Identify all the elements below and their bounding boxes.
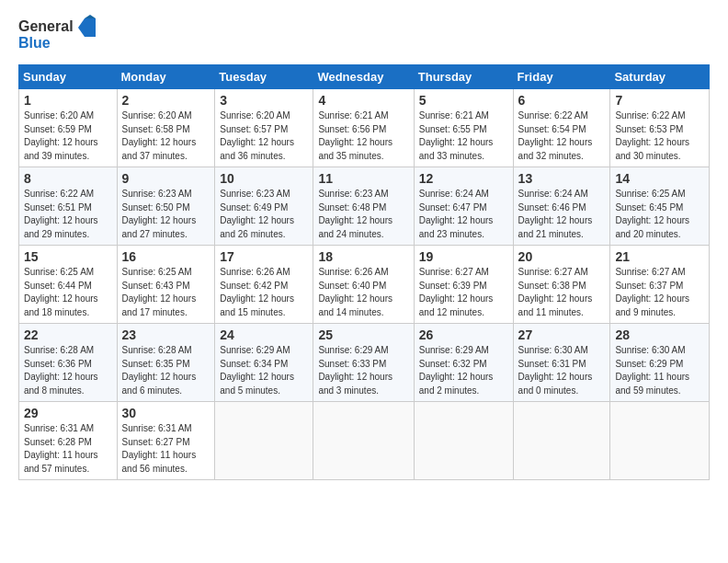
calendar-cell: 8Sunrise: 6:22 AMSunset: 6:51 PMDaylight… [19, 167, 118, 246]
day-number: 6 [518, 93, 606, 108]
header-tuesday: Tuesday [215, 65, 313, 89]
day-info: Sunrise: 6:23 AMSunset: 6:48 PMDaylight:… [318, 189, 392, 239]
calendar-cell: 23Sunrise: 6:28 AMSunset: 6:35 PMDayligh… [117, 324, 215, 402]
day-number: 17 [220, 249, 308, 264]
day-info: Sunrise: 6:26 AMSunset: 6:40 PMDaylight:… [318, 267, 392, 317]
day-number: 4 [318, 93, 408, 108]
day-info: Sunrise: 6:27 AMSunset: 6:39 PMDaylight:… [419, 267, 494, 317]
day-number: 22 [24, 327, 112, 342]
calendar-cell [215, 402, 313, 480]
calendar-cell: 14Sunrise: 6:25 AMSunset: 6:45 PMDayligh… [610, 167, 710, 246]
svg-marker-2 [85, 18, 96, 37]
day-info: Sunrise: 6:24 AMSunset: 6:46 PMDaylight:… [518, 189, 593, 239]
header-wednesday: Wednesday [313, 65, 414, 89]
calendar-cell: 4Sunrise: 6:21 AMSunset: 6:56 PMDaylight… [313, 89, 414, 167]
day-number: 16 [122, 249, 210, 264]
day-info: Sunrise: 6:20 AMSunset: 6:58 PMDaylight:… [122, 110, 197, 161]
calendar-cell [610, 402, 710, 480]
day-number: 7 [615, 93, 704, 108]
day-number: 29 [24, 406, 112, 420]
header-saturday: Saturday [610, 65, 710, 89]
day-info: Sunrise: 6:27 AMSunset: 6:37 PMDaylight:… [615, 267, 689, 317]
calendar-table: Sunday Monday Tuesday Wednesday Thursday… [18, 64, 710, 480]
day-number: 11 [318, 171, 408, 186]
calendar-week-row: 1Sunrise: 6:20 AMSunset: 6:59 PMDaylight… [19, 89, 710, 167]
day-number: 25 [318, 327, 408, 342]
day-info: Sunrise: 6:22 AMSunset: 6:51 PMDaylight:… [24, 189, 98, 239]
calendar-cell [313, 402, 414, 480]
calendar-cell: 10Sunrise: 6:23 AMSunset: 6:49 PMDayligh… [215, 167, 313, 246]
calendar-cell: 26Sunrise: 6:29 AMSunset: 6:32 PMDayligh… [414, 324, 513, 402]
calendar-week-row: 29Sunrise: 6:31 AMSunset: 6:28 PMDayligh… [19, 402, 710, 480]
day-number: 27 [518, 327, 606, 342]
day-info: Sunrise: 6:23 AMSunset: 6:49 PMDaylight:… [220, 189, 294, 239]
calendar-cell [513, 402, 610, 480]
day-info: Sunrise: 6:21 AMSunset: 6:55 PMDaylight:… [419, 110, 494, 161]
calendar-cell: 5Sunrise: 6:21 AMSunset: 6:55 PMDaylight… [414, 89, 513, 167]
calendar-cell: 11Sunrise: 6:23 AMSunset: 6:48 PMDayligh… [313, 167, 414, 246]
svg-text:General: General [18, 18, 74, 34]
day-info: Sunrise: 6:29 AMSunset: 6:34 PMDaylight:… [220, 345, 294, 396]
day-info: Sunrise: 6:29 AMSunset: 6:32 PMDaylight:… [419, 345, 494, 396]
calendar-cell [414, 402, 513, 480]
day-info: Sunrise: 6:28 AMSunset: 6:35 PMDaylight:… [122, 345, 197, 396]
day-number: 21 [615, 249, 704, 264]
day-number: 28 [615, 327, 704, 342]
day-info: Sunrise: 6:25 AMSunset: 6:43 PMDaylight:… [122, 267, 197, 317]
day-number: 9 [122, 171, 210, 186]
logo: GeneralBlue [18, 15, 101, 55]
day-number: 5 [419, 93, 508, 108]
day-info: Sunrise: 6:28 AMSunset: 6:36 PMDaylight:… [24, 345, 98, 396]
calendar-cell: 6Sunrise: 6:22 AMSunset: 6:54 PMDaylight… [513, 89, 610, 167]
calendar-cell: 20Sunrise: 6:27 AMSunset: 6:38 PMDayligh… [513, 246, 610, 324]
day-info: Sunrise: 6:22 AMSunset: 6:53 PMDaylight:… [615, 110, 689, 161]
page-header: GeneralBlue [18, 15, 710, 55]
day-info: Sunrise: 6:29 AMSunset: 6:33 PMDaylight:… [318, 345, 392, 396]
day-number: 23 [122, 327, 210, 342]
day-number: 14 [615, 171, 704, 186]
day-number: 2 [122, 93, 210, 108]
calendar-header-row: Sunday Monday Tuesday Wednesday Thursday… [19, 65, 710, 89]
day-number: 19 [419, 249, 508, 264]
day-number: 30 [122, 406, 210, 420]
day-info: Sunrise: 6:30 AMSunset: 6:31 PMDaylight:… [518, 345, 593, 396]
day-info: Sunrise: 6:20 AMSunset: 6:57 PMDaylight:… [220, 110, 294, 161]
svg-marker-3 [78, 18, 85, 37]
header-thursday: Thursday [414, 65, 513, 89]
day-number: 18 [318, 249, 408, 264]
calendar-cell: 12Sunrise: 6:24 AMSunset: 6:47 PMDayligh… [414, 167, 513, 246]
day-number: 1 [24, 93, 112, 108]
day-number: 15 [24, 249, 112, 264]
calendar-cell: 15Sunrise: 6:25 AMSunset: 6:44 PMDayligh… [19, 246, 118, 324]
calendar-cell: 16Sunrise: 6:25 AMSunset: 6:43 PMDayligh… [117, 246, 215, 324]
calendar-week-row: 15Sunrise: 6:25 AMSunset: 6:44 PMDayligh… [19, 246, 710, 324]
day-info: Sunrise: 6:27 AMSunset: 6:38 PMDaylight:… [518, 267, 593, 317]
header-friday: Friday [513, 65, 610, 89]
day-number: 8 [24, 171, 112, 186]
day-info: Sunrise: 6:31 AMSunset: 6:27 PMDaylight:… [122, 423, 197, 474]
calendar-cell: 13Sunrise: 6:24 AMSunset: 6:46 PMDayligh… [513, 167, 610, 246]
calendar-cell: 2Sunrise: 6:20 AMSunset: 6:58 PMDaylight… [117, 89, 215, 167]
svg-marker-4 [85, 15, 96, 18]
calendar-cell: 25Sunrise: 6:29 AMSunset: 6:33 PMDayligh… [313, 324, 414, 402]
header-monday: Monday [117, 65, 215, 89]
calendar-cell: 19Sunrise: 6:27 AMSunset: 6:39 PMDayligh… [414, 246, 513, 324]
day-info: Sunrise: 6:30 AMSunset: 6:29 PMDaylight:… [615, 345, 689, 396]
calendar-cell: 24Sunrise: 6:29 AMSunset: 6:34 PMDayligh… [215, 324, 313, 402]
day-info: Sunrise: 6:20 AMSunset: 6:59 PMDaylight:… [24, 110, 98, 161]
day-info: Sunrise: 6:31 AMSunset: 6:28 PMDaylight:… [24, 423, 98, 474]
calendar-week-row: 22Sunrise: 6:28 AMSunset: 6:36 PMDayligh… [19, 324, 710, 402]
logo-svg: GeneralBlue [18, 15, 101, 55]
calendar-cell: 30Sunrise: 6:31 AMSunset: 6:27 PMDayligh… [117, 402, 215, 480]
calendar-week-row: 8Sunrise: 6:22 AMSunset: 6:51 PMDaylight… [19, 167, 710, 246]
header-sunday: Sunday [19, 65, 118, 89]
day-number: 10 [220, 171, 308, 186]
calendar-cell: 29Sunrise: 6:31 AMSunset: 6:28 PMDayligh… [19, 402, 118, 480]
day-number: 20 [518, 249, 606, 264]
day-number: 3 [220, 93, 308, 108]
day-number: 13 [518, 171, 606, 186]
day-info: Sunrise: 6:25 AMSunset: 6:44 PMDaylight:… [24, 267, 98, 317]
day-number: 12 [419, 171, 508, 186]
day-info: Sunrise: 6:25 AMSunset: 6:45 PMDaylight:… [615, 189, 689, 239]
day-info: Sunrise: 6:24 AMSunset: 6:47 PMDaylight:… [419, 189, 494, 239]
